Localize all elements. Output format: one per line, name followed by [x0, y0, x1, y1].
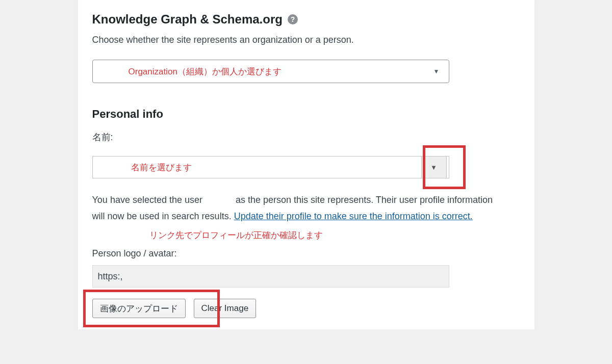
- section-title: Knowledge Graph & Schema.org ?: [92, 12, 520, 27]
- avatar-button-row: 画像のアップロード Clear Image: [92, 299, 520, 318]
- info-text-part1: You have selected the user: [92, 195, 206, 205]
- entity-select-annotation: Organization（組織）か個人か選びます: [129, 66, 282, 77]
- knowledge-graph-panel: Knowledge Graph & Schema.org ? Choose wh…: [78, 0, 534, 329]
- chevron-down-icon: ▼: [430, 164, 437, 171]
- selected-user-info: You have selected the user as the person…: [92, 192, 500, 224]
- upload-image-button[interactable]: 画像のアップロード: [92, 299, 186, 318]
- name-dropdown-button[interactable]: ▼: [421, 156, 447, 178]
- chevron-down-icon: ▼: [434, 68, 440, 75]
- info-selected-user: [205, 195, 233, 205]
- section-title-text: Knowledge Graph & Schema.org: [92, 12, 283, 27]
- help-icon[interactable]: ?: [288, 14, 298, 24]
- name-label: 名前:: [92, 131, 520, 143]
- avatar-label: Person logo / avatar:: [92, 248, 520, 259]
- update-profile-link[interactable]: Update their profile to make sure the in…: [234, 211, 473, 221]
- clear-image-button[interactable]: Clear Image: [194, 299, 257, 318]
- name-select[interactable]: 名前を選びます: [92, 156, 449, 178]
- name-select-row: 名前を選びます ▼: [92, 152, 460, 182]
- avatar-url-input[interactable]: https:,: [92, 265, 449, 288]
- personal-info-heading: Personal info: [92, 108, 520, 121]
- name-select-annotation: 名前を選びます: [131, 162, 192, 173]
- section-description: Choose whether the site represents an or…: [92, 35, 520, 45]
- profile-hint-annotation: リンク先でプロフィールが正確か確認します: [149, 229, 520, 241]
- entity-type-select[interactable]: Organization（組織）か個人か選びます ▼: [92, 60, 449, 83]
- avatar-url-value: https:,: [98, 271, 123, 282]
